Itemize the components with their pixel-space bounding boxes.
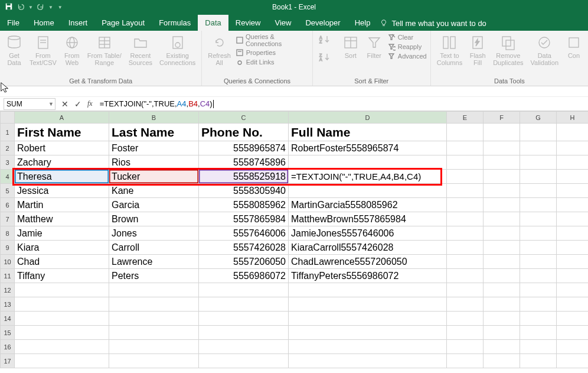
row-header[interactable]: 11 <box>1 269 15 283</box>
tab-insert[interactable]: Insert <box>61 15 95 31</box>
cell[interactable]: Rios <box>109 155 199 170</box>
col-header-F[interactable]: F <box>484 112 520 124</box>
cell[interactable] <box>199 283 289 297</box>
advanced-filter-button[interactable]: Advanced <box>387 52 427 60</box>
cell[interactable] <box>484 297 520 312</box>
cell[interactable] <box>484 226 520 241</box>
tab-formulas[interactable]: Formulas <box>152 15 198 31</box>
get-data-button[interactable]: Get Data <box>4 33 25 67</box>
cell[interactable]: ChadLawrence5557206050 <box>289 255 447 269</box>
qat-customize-icon[interactable]: ▼ <box>58 5 63 10</box>
cell[interactable] <box>520 184 557 198</box>
name-box-dropdown-icon[interactable]: ▼ <box>48 101 54 107</box>
cell[interactable] <box>447 340 484 354</box>
row-header[interactable]: 2 <box>1 141 15 155</box>
cell[interactable] <box>289 312 447 326</box>
flash-fill-button[interactable]: Flash Fill <box>467 33 488 67</box>
edit-links-button[interactable]: Edit Links <box>236 58 309 66</box>
undo-dropdown-icon[interactable]: ▼ <box>28 5 33 10</box>
cell[interactable] <box>557 124 589 141</box>
cell[interactable]: MatthewBrown5557865984 <box>289 212 447 226</box>
cell[interactable]: RobertFoster5558965874 <box>289 141 447 155</box>
tab-help[interactable]: Help <box>348 15 378 31</box>
remove-duplicates-button[interactable]: Remove Duplicates <box>491 33 525 67</box>
cell[interactable] <box>557 326 589 340</box>
existing-connections-button[interactable]: Existing Connections <box>157 33 198 67</box>
cell[interactable]: Last Name <box>109 124 199 141</box>
cell[interactable] <box>199 297 289 312</box>
cell[interactable] <box>447 354 484 368</box>
row-header[interactable]: 10 <box>1 255 15 269</box>
cell[interactable] <box>520 124 557 141</box>
cell[interactable] <box>484 198 520 212</box>
cell[interactable] <box>447 241 484 255</box>
tab-data[interactable]: Data <box>198 15 228 31</box>
cell[interactable] <box>15 297 109 312</box>
data-validation-button[interactable]: Data Validation <box>528 33 561 67</box>
cell[interactable] <box>199 312 289 326</box>
cell[interactable] <box>557 354 589 368</box>
cell[interactable] <box>557 141 589 155</box>
formula-input[interactable]: =TEXTJOIN("-",TRUE,A4,B4,C4) <box>97 98 588 110</box>
cell[interactable] <box>520 312 557 326</box>
cell[interactable]: MartinGarcia5558085962 <box>289 198 447 212</box>
col-header-G[interactable]: G <box>520 112 557 124</box>
cell[interactable] <box>289 340 447 354</box>
row-header[interactable]: 6 <box>1 198 15 212</box>
cell[interactable] <box>484 269 520 283</box>
cell[interactable]: JamieJones5557646006 <box>289 226 447 241</box>
cell[interactable] <box>15 326 109 340</box>
tab-developer[interactable]: Developer <box>298 15 347 31</box>
cell[interactable] <box>557 155 589 170</box>
cell[interactable] <box>109 297 199 312</box>
cell[interactable] <box>557 312 589 326</box>
row-header[interactable]: 13 <box>1 297 15 312</box>
cell[interactable] <box>447 155 484 170</box>
cell[interactable] <box>557 184 589 198</box>
cell[interactable] <box>520 255 557 269</box>
select-all-corner[interactable] <box>1 112 15 124</box>
cell[interactable] <box>289 326 447 340</box>
insert-function-button[interactable]: fx <box>87 99 93 108</box>
cell[interactable] <box>557 269 589 283</box>
cell[interactable] <box>520 198 557 212</box>
cell[interactable]: 5558965874 <box>199 141 289 155</box>
cell[interactable] <box>557 170 589 184</box>
row-header[interactable]: 16 <box>1 340 15 354</box>
cell[interactable]: 5558085962 <box>199 198 289 212</box>
cell[interactable]: Chad <box>15 255 109 269</box>
properties-button[interactable]: Properties <box>236 48 309 57</box>
tab-view[interactable]: View <box>267 15 298 31</box>
cell[interactable] <box>447 141 484 155</box>
cell[interactable] <box>289 283 447 297</box>
cell[interactable]: 5557426028 <box>199 241 289 255</box>
cell[interactable] <box>199 326 289 340</box>
cell[interactable]: Full Name <box>289 124 447 141</box>
cell[interactable] <box>520 170 557 184</box>
tab-review[interactable]: Review <box>228 15 268 31</box>
clear-filter-button[interactable]: Clear <box>387 33 427 41</box>
cell[interactable] <box>447 212 484 226</box>
cell[interactable]: Garcia <box>109 198 199 212</box>
cell[interactable]: Jessica <box>15 184 109 198</box>
cancel-formula-button[interactable]: ✕ <box>61 99 68 109</box>
cell[interactable] <box>289 297 447 312</box>
cell[interactable]: 5558525918 <box>199 170 289 184</box>
cell[interactable] <box>484 155 520 170</box>
cell[interactable] <box>15 340 109 354</box>
recent-sources-button[interactable]: Recent Sources <box>126 33 155 67</box>
cell[interactable]: Carroll <box>109 241 199 255</box>
cell[interactable] <box>289 184 447 198</box>
cell[interactable] <box>557 198 589 212</box>
cell[interactable] <box>557 241 589 255</box>
cell[interactable] <box>520 212 557 226</box>
redo-dropdown-icon[interactable]: ▼ <box>48 5 53 10</box>
row-header[interactable]: 7 <box>1 212 15 226</box>
cell[interactable] <box>447 269 484 283</box>
cell[interactable]: KiaraCarroll5557426028 <box>289 241 447 255</box>
cell[interactable] <box>520 354 557 368</box>
cell[interactable] <box>447 326 484 340</box>
cell[interactable] <box>557 283 589 297</box>
cell[interactable] <box>199 354 289 368</box>
cell[interactable]: 5557865984 <box>199 212 289 226</box>
